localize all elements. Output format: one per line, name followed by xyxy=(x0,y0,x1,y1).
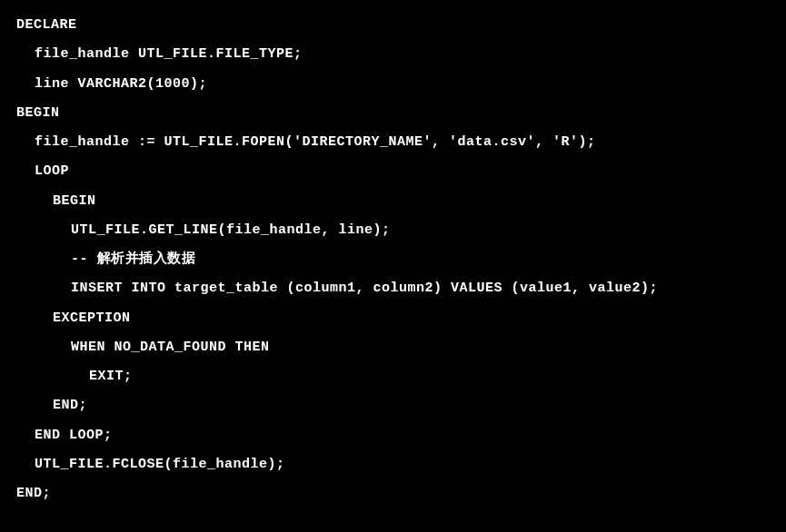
code-line: EXCEPTION xyxy=(16,304,770,333)
code-line: file_handle UTL_FILE.FILE_TYPE; xyxy=(16,40,770,69)
code-line: BEGIN xyxy=(16,187,770,216)
code-line: -- 解析并插入数据 xyxy=(16,245,770,274)
code-line: END LOOP; xyxy=(16,421,770,450)
code-line: INSERT INTO target_table (column1, colum… xyxy=(16,274,770,303)
code-line: BEGIN xyxy=(16,99,770,128)
code-line: WHEN NO_DATA_FOUND THEN xyxy=(16,333,770,362)
code-line: DECLARE xyxy=(16,11,770,40)
code-line: END; xyxy=(16,391,770,420)
code-line: LOOP xyxy=(16,157,770,186)
code-line: EXIT; xyxy=(16,362,770,391)
code-line: END; xyxy=(16,479,770,508)
code-editor[interactable]: DECLARE file_handle UTL_FILE.FILE_TYPE; … xyxy=(16,11,770,508)
code-line: UTL_FILE.FCLOSE(file_handle); xyxy=(16,450,770,479)
code-line: file_handle := UTL_FILE.FOPEN('DIRECTORY… xyxy=(16,128,770,157)
code-line: UTL_FILE.GET_LINE(file_handle, line); xyxy=(16,216,770,245)
code-line: line VARCHAR2(1000); xyxy=(16,70,770,99)
